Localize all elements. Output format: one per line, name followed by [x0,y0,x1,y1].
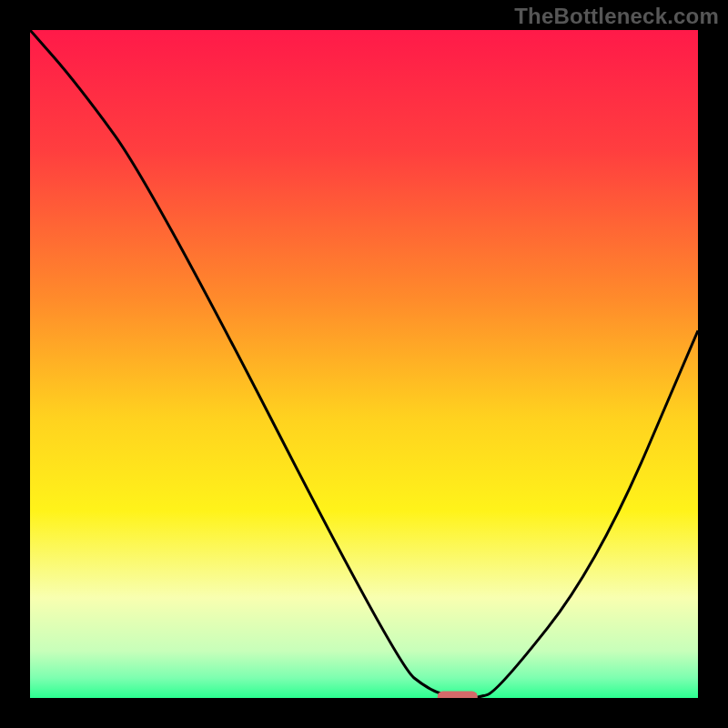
chart-frame: TheBottleneck.com [0,0,728,728]
optimal-marker [438,692,478,699]
plot-area [30,30,698,698]
chart-svg [30,30,698,698]
watermark-text: TheBottleneck.com [514,4,719,29]
